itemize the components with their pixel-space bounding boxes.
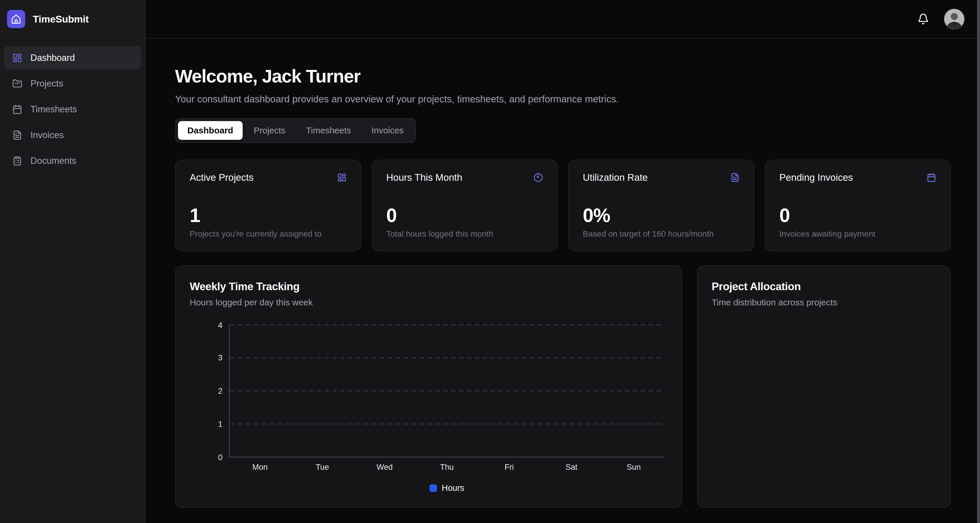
panel-title: Weekly Time Tracking [190,281,668,293]
main-content: Welcome, Jack Turner Your consultant das… [146,39,980,508]
stat-description: Invoices awaiting payment [780,229,936,239]
x-axis-tick: Tue [291,463,353,472]
gridline [230,357,665,358]
gridline [230,324,665,325]
x-axis-tick: Thu [416,463,478,472]
tab-timesheets[interactable]: Timesheets [296,121,360,140]
panel-subtitle: Hours logged per day this week [190,298,668,307]
calendar-icon [927,173,936,182]
stat-card-hours-this-month: Hours This Month 0 Total hours logged th… [372,160,558,251]
app-name: TimeSubmit [33,13,89,25]
x-axis-tick: Sat [540,463,603,472]
x-axis-tick: Fri [478,463,540,472]
tab-projects[interactable]: Projects [244,121,295,140]
chart-legend: Hours [229,483,665,493]
sidebar-item-documents[interactable]: Documents [4,149,141,173]
gridline [230,390,665,391]
y-axis-tick: 0 [218,453,223,462]
project-allocation-panel: Project Allocation Time distribution acr… [697,265,951,508]
stat-title: Pending Invoices [780,172,853,183]
page-subtitle: Your consultant dashboard provides an ov… [175,94,951,105]
y-axis-tick: 3 [218,353,223,362]
stat-title: Utilization Rate [583,172,648,183]
calendar-icon [12,105,22,114]
sidebar-header: TimeSubmit [0,0,145,39]
panels-row: Weekly Time Tracking Hours logged per da… [175,265,951,508]
gridline [230,423,665,425]
sidebar-item-label: Invoices [30,130,64,140]
tab-bar: Dashboard Projects Timesheets Invoices [175,118,416,143]
tab-invoices[interactable]: Invoices [362,121,413,140]
x-axis-labels: Mon Tue Wed Thu Fri Sat Sun [229,463,665,472]
stat-title: Active Projects [190,172,253,183]
stat-card-utilization-rate: Utilization Rate 0% Based on target of 1… [568,160,754,251]
stat-value: 1 [190,205,347,226]
notifications-button[interactable] [917,13,930,25]
stat-card-pending-invoices: Pending Invoices 0 Invoices awaiting pay… [765,160,951,251]
chart-plot-area [229,324,665,458]
stat-title: Hours This Month [387,172,463,183]
sidebar-nav: Dashboard Projects Timesheets [0,39,145,180]
weekly-hours-chart: 4 3 2 1 0 Mon Tue Wed Thu Fri Sat Sun Ho… [229,324,665,458]
sidebar-item-invoices[interactable]: Invoices [4,124,141,147]
stat-value: 0% [583,205,740,226]
sidebar-item-projects[interactable]: Projects [4,72,141,95]
user-avatar[interactable] [944,8,965,30]
x-axis-tick: Mon [229,463,291,472]
weekly-time-tracking-panel: Weekly Time Tracking Hours logged per da… [175,265,682,508]
x-axis-tick: Sun [603,463,665,472]
y-axis-tick: 1 [218,420,223,429]
layout-dashboard-icon [337,173,347,182]
legend-swatch [430,484,437,492]
sidebar-item-label: Projects [30,78,63,89]
clock-icon [534,173,543,182]
stat-description: Total hours logged this month [387,229,543,239]
stat-description: Based on target of 160 hours/month [583,229,740,239]
sidebar-item-label: Documents [30,155,76,166]
y-axis-tick: 2 [218,387,223,395]
layout-dashboard-icon [12,53,22,63]
file-text-icon [730,173,740,182]
page-title: Welcome, Jack Turner [175,65,951,87]
house-icon [11,14,21,24]
sidebar-item-label: Dashboard [30,53,75,63]
app-logo [7,10,25,28]
file-text-icon [12,130,22,140]
sidebar-item-label: Timesheets [30,104,77,115]
folder-kanban-icon [12,79,22,89]
stat-description: Projects you're currently assigned to [190,229,347,239]
panel-title: Project Allocation [711,281,936,293]
bell-icon [917,13,929,25]
tab-dashboard[interactable]: Dashboard [178,121,243,140]
stat-card-active-projects: Active Projects 1 Projects you're curren… [175,160,361,251]
x-axis-tick: Wed [353,463,416,472]
legend-label: Hours [442,483,464,493]
sidebar: TimeSubmit Dashboard Projects [0,0,146,523]
clipboard-list-icon [12,156,22,166]
sidebar-item-dashboard[interactable]: Dashboard [4,46,141,70]
topbar [146,0,980,39]
stat-value: 0 [780,205,936,226]
page-scrollbar[interactable] [977,0,980,523]
panel-subtitle: Time distribution across projects [711,298,936,307]
y-axis-tick: 4 [218,321,223,330]
stats-row: Active Projects 1 Projects you're curren… [175,160,951,251]
stat-value: 0 [387,205,543,226]
sidebar-item-timesheets[interactable]: Timesheets [4,98,141,121]
